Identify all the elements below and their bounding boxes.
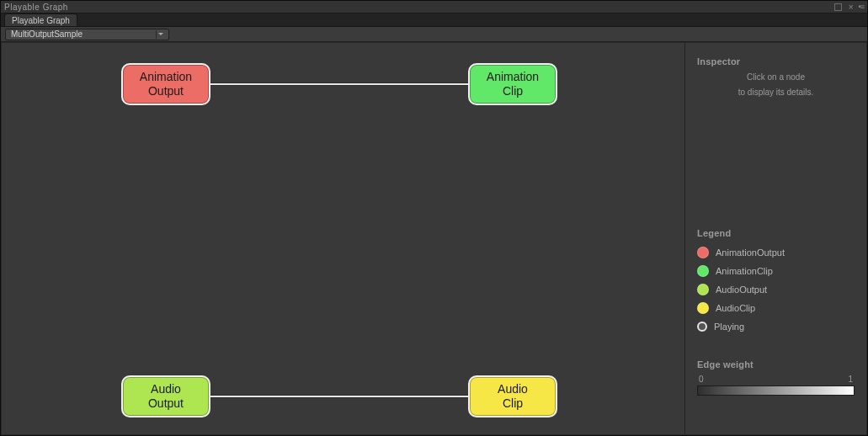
legend-ring-icon [697, 322, 707, 332]
edge-weight-gradient [697, 385, 855, 396]
legend-swatch-icon [697, 265, 709, 277]
legend-label: AnimationClip [716, 266, 773, 276]
legend-label: AudioOutput [716, 284, 767, 295]
graph-selector-dropdown[interactable]: MultiOutputSample [5, 29, 169, 40]
legend-title: Legend [697, 228, 855, 238]
tab-playable-graph[interactable]: Playable Graph [4, 13, 77, 26]
edge-weight-range: 0 1 [697, 375, 855, 384]
titlebar: Playable Graph × •≡ [1, 1, 867, 13]
legend-swatch-icon [697, 284, 709, 295]
edge-weight-min: 0 [699, 375, 704, 384]
edge-weight-title: Edge weight [697, 359, 855, 370]
graph-edge [210, 396, 468, 397]
graph-canvas[interactable]: Animation Output Animation Clip Audio Ou… [2, 43, 684, 434]
editor-window: Playable Graph × •≡ Playable Graph Multi… [0, 0, 868, 436]
node-audio-clip[interactable]: Audio Clip [468, 375, 557, 417]
inspector-title: Inspector [697, 56, 855, 66]
legend-item-audio-clip: AudioClip [697, 299, 855, 317]
docklock-icon[interactable] [834, 3, 842, 11]
dropdown-divider [156, 30, 157, 39]
spacer [697, 102, 855, 228]
dropdown-value: MultiOutputSample [11, 29, 155, 39]
legend-item-animation-output: AnimationOutput [697, 243, 855, 262]
legend-item-playing: Playing [697, 317, 855, 336]
tab-label: Playable Graph [12, 16, 70, 25]
edge-weight-max: 1 [848, 375, 853, 384]
side-panel: Inspector Click on a node to display its… [684, 43, 866, 434]
legend-swatch-icon [697, 302, 709, 314]
graph-edge [210, 83, 468, 85]
toolbar: MultiOutputSample [1, 27, 867, 42]
content-area: Animation Output Animation Clip Audio Ou… [2, 43, 866, 434]
panel-menu-icon[interactable]: •≡ [855, 3, 864, 11]
node-animation-clip[interactable]: Animation Clip [468, 63, 557, 105]
tabbar: Playable Graph [1, 13, 867, 27]
window-title: Playable Graph [4, 3, 834, 12]
legend-label: AudioClip [716, 303, 755, 313]
edge-weight-section: Edge weight 0 1 [697, 359, 855, 396]
legend-label: Playing [714, 322, 744, 332]
close-icon[interactable]: × [847, 3, 855, 12]
legend-item-animation-clip: AnimationClip [697, 262, 855, 280]
node-animation-output[interactable]: Animation Output [121, 63, 210, 105]
inspector-hint-line: Click on a node [697, 72, 855, 83]
legend-label: AnimationOutput [716, 247, 785, 258]
legend-item-audio-output: AudioOutput [697, 280, 855, 299]
inspector-hint-line: to display its details. [697, 87, 855, 98]
chevron-down-icon [158, 33, 163, 35]
node-audio-output[interactable]: Audio Output [121, 375, 210, 417]
legend-swatch-icon [697, 247, 709, 258]
